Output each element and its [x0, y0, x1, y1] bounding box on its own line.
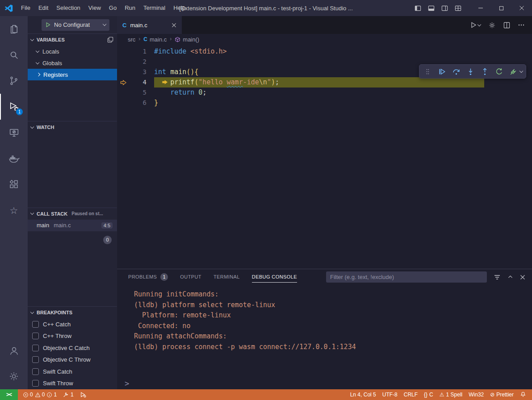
- step-out-button[interactable]: [480, 67, 490, 77]
- checkbox-unchecked[interactable]: [32, 333, 39, 339]
- views-icon[interactable]: [107, 37, 113, 43]
- menu-file[interactable]: File: [17, 0, 34, 16]
- panel-tab-terminal[interactable]: TERMINAL: [214, 269, 240, 285]
- split-editor-icon[interactable]: [503, 22, 510, 29]
- remote-indicator[interactable]: ><: [0, 389, 18, 400]
- continue-button[interactable]: [437, 67, 447, 77]
- tools-status[interactable]: 1: [60, 389, 77, 400]
- debug-console-output[interactable]: Running initCommands:(lldb) platform sel…: [117, 285, 532, 378]
- status-cursor-position[interactable]: Ln 4, Col 5: [347, 389, 379, 400]
- call-stack-header[interactable]: CALL STACK Paused on st...: [28, 208, 117, 220]
- status-eol[interactable]: CRLF: [401, 389, 421, 400]
- watch-header[interactable]: WATCH: [28, 121, 117, 133]
- activity-search[interactable]: [0, 42, 28, 68]
- glyph-margin[interactable]: [117, 57, 129, 67]
- breakpoint-row-swift-throw[interactable]: Swift Throw: [28, 378, 117, 390]
- minimize-button[interactable]: [470, 0, 491, 16]
- breakpoint-row-swift-catch[interactable]: Swift Catch: [28, 366, 117, 378]
- activity-source-control[interactable]: [0, 68, 28, 94]
- code-editor[interactable]: 1#include <stdio.h>23int main(){4 printf…: [117, 45, 532, 269]
- activity-remote-explorer[interactable]: [0, 120, 28, 146]
- maximize-panel-icon[interactable]: [507, 274, 513, 280]
- toggle-secondary-sidebar-icon[interactable]: [441, 5, 448, 12]
- status-formatter-prettier[interactable]: ⊘Prettier: [487, 389, 517, 400]
- panel-tab-problems[interactable]: PROBLEMS1: [128, 269, 168, 285]
- toolbar-grip[interactable]: [423, 67, 433, 77]
- glyph-margin[interactable]: [117, 77, 129, 88]
- breakpoint-row-c-catch[interactable]: C++ Catch: [28, 318, 117, 330]
- debug-status[interactable]: [77, 389, 89, 400]
- line-content[interactable]: #include <stdio.h>: [154, 46, 227, 57]
- menu-run[interactable]: Run: [121, 0, 139, 16]
- more-actions-icon[interactable]: [518, 21, 525, 29]
- step-into-button[interactable]: [465, 67, 476, 77]
- step-over-button[interactable]: [451, 67, 461, 77]
- checkbox-unchecked[interactable]: [32, 356, 39, 363]
- menu-selection[interactable]: Selection: [52, 0, 84, 16]
- activity-docker[interactable]: [0, 146, 28, 171]
- accounts-button[interactable]: [0, 338, 28, 363]
- breakpoint-row-c-throw[interactable]: C++ Throw: [28, 330, 117, 342]
- filter-icon[interactable]: [494, 274, 501, 281]
- notifications-bell[interactable]: [517, 389, 529, 400]
- run-file-button[interactable]: [470, 21, 481, 29]
- close-button[interactable]: [511, 0, 532, 16]
- toggle-panel-icon[interactable]: [428, 5, 435, 12]
- activity-extensions[interactable]: [0, 171, 28, 197]
- chevron-down-icon[interactable]: [519, 69, 523, 72]
- panel-tab-debug-console[interactable]: DEBUG CONSOLE: [252, 269, 297, 285]
- line-content[interactable]: return 0;: [154, 88, 206, 98]
- menu-terminal[interactable]: Terminal: [139, 0, 169, 16]
- line-content[interactable]: int main(){: [154, 67, 198, 77]
- debug-config-dropdown[interactable]: No Configurat: [42, 19, 109, 31]
- status-language-mode[interactable]: {}C: [421, 389, 436, 400]
- menu-view[interactable]: View: [84, 0, 105, 16]
- restart-button[interactable]: [494, 67, 504, 77]
- code-line-1[interactable]: 1#include <stdio.h>: [117, 46, 532, 57]
- tab-close-icon[interactable]: [172, 23, 176, 28]
- activity-marketplace[interactable]: ☆: [0, 197, 28, 223]
- glyph-margin[interactable]: [117, 88, 129, 98]
- variables-row-locals[interactable]: Locals: [28, 46, 117, 57]
- variables-row-globals[interactable]: Globals: [28, 57, 117, 69]
- problems-status[interactable]: 0 0 1: [20, 389, 60, 400]
- breakpoint-row-objective-c-catch[interactable]: Objective C Catch: [28, 342, 117, 354]
- menu-edit[interactable]: Edit: [34, 0, 52, 16]
- disconnect-button[interactable]: [508, 67, 519, 77]
- activity-explorer[interactable]: [0, 16, 28, 42]
- toggle-sidebar-icon[interactable]: [415, 5, 421, 12]
- call-stack-frame[interactable]: mainmain.c4:5: [28, 220, 117, 231]
- debug-console-prompt[interactable]: >: [117, 378, 532, 389]
- editor-gear-icon[interactable]: [488, 21, 496, 29]
- status-encoding[interactable]: UTF-8: [379, 389, 401, 400]
- breadcrumb-symbol[interactable]: main(): [175, 36, 199, 43]
- close-panel-icon[interactable]: [520, 275, 525, 280]
- line-content[interactable]: printf("hello wamr-ide\n");: [154, 77, 279, 88]
- checkbox-unchecked[interactable]: [32, 345, 39, 351]
- breakpoint-row-objective-c-throw[interactable]: Objective C Throw: [28, 354, 117, 366]
- variables-header[interactable]: VARIABLES: [28, 34, 117, 46]
- checkbox-unchecked[interactable]: [32, 380, 39, 387]
- activity-run-and-debug[interactable]: 1: [0, 94, 28, 120]
- checkbox-unchecked[interactable]: [32, 368, 39, 375]
- maximize-button[interactable]: [491, 0, 511, 16]
- code-line-4[interactable]: 4 printf("hello wamr-ide\n");: [117, 77, 532, 88]
- status-spell-checker[interactable]: ⚠1 Spell: [436, 389, 465, 400]
- breadcrumb-src[interactable]: src: [128, 36, 135, 43]
- glyph-margin[interactable]: [117, 46, 129, 57]
- breakpoints-header[interactable]: BREAKPOINTS: [28, 307, 117, 318]
- checkbox-unchecked[interactable]: [32, 321, 39, 328]
- glyph-margin[interactable]: [117, 67, 129, 77]
- console-filter-input[interactable]: [326, 271, 487, 283]
- code-line-6[interactable]: 6}: [117, 98, 532, 108]
- line-content[interactable]: }: [154, 98, 158, 108]
- panel-tab-output[interactable]: OUTPUT: [180, 269, 201, 285]
- code-line-5[interactable]: 5 return 0;: [117, 88, 532, 98]
- variables-row-registers[interactable]: Registers: [28, 69, 117, 80]
- settings-button[interactable]: [0, 363, 28, 389]
- menu-go[interactable]: Go: [105, 0, 121, 16]
- tab-main-c[interactable]: C main.c: [117, 16, 182, 34]
- customize-layout-icon[interactable]: [455, 5, 461, 12]
- status-platform[interactable]: Win32: [465, 389, 487, 400]
- breadcrumb-file[interactable]: Cmain.c: [143, 36, 167, 43]
